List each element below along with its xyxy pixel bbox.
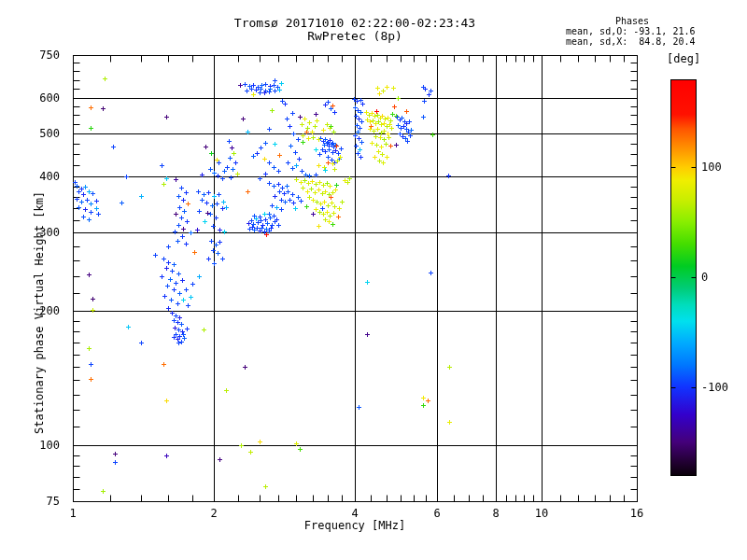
x-axis-label: Frequency [MHz] (0, 519, 710, 532)
colorbar-tick-label: -100 (701, 381, 742, 394)
y-tick-label: 400 (17, 170, 60, 183)
y-tick-label: 600 (17, 91, 60, 105)
colorbar-unit-label: [deg] (667, 52, 700, 65)
y-tick-label: 200 (17, 304, 60, 317)
x-tick-label: 2 (195, 507, 233, 520)
y-tick-label: 750 (17, 49, 60, 62)
phase-stats-o-mode: mean, sd,O: -93.1, 21.6 (566, 26, 698, 36)
plot-canvas (0, 0, 747, 560)
y-tick-label: 100 (17, 439, 60, 452)
ionogram-phase-plot: Tromsø 20171010 02:22:00-02:23:43 RwPret… (0, 0, 747, 560)
x-tick-label: 10 (523, 507, 560, 520)
phase-stats-x-mode: mean, sd,X: 84.8, 20.4 (566, 36, 698, 47)
x-tick-label: 8 (477, 507, 514, 520)
x-tick-label: 4 (336, 507, 374, 520)
y-tick-label: 500 (17, 127, 60, 140)
phase-stats-block: Phases mean, sd,O: -93.1, 21.6 mean, sd,… (566, 16, 698, 47)
x-tick-label: 16 (618, 507, 655, 520)
y-tick-label: 300 (17, 226, 60, 239)
colorbar-tick-label: 100 (701, 161, 742, 174)
x-tick-label: 6 (418, 507, 456, 520)
y-tick-label: 75 (17, 495, 60, 508)
colorbar-tick-label: 0 (701, 271, 742, 284)
phase-stats-header: Phases (566, 16, 698, 26)
x-tick-label: 1 (54, 507, 92, 520)
